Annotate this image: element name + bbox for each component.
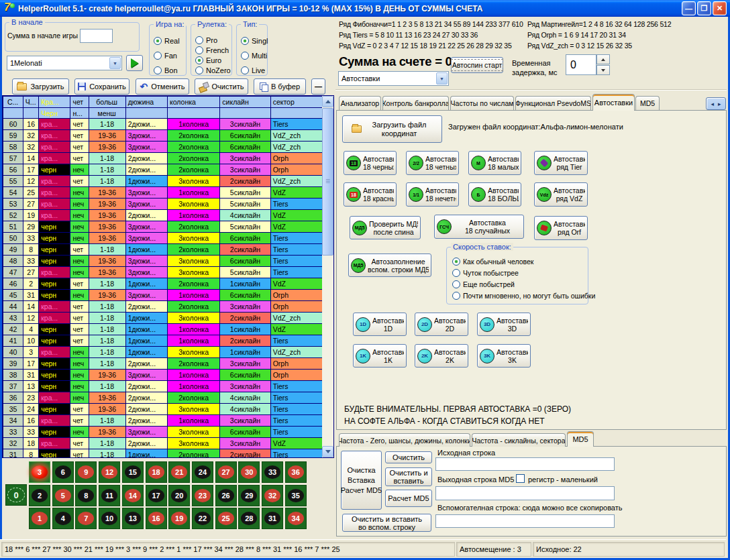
radio-speed-even-faster[interactable]: Еще побыстрей	[452, 280, 515, 288]
table-row[interactable]: 5932кра...чет19-363дюжи...2колонка6сикла…	[3, 130, 323, 142]
table-row[interactable]: 5425кра...неч19-363дюжи...1колонка5сикла…	[3, 187, 323, 199]
table-row[interactable]: 3623кра...неч19-362дюжи...2колонка4сикла…	[3, 392, 323, 404]
roulette-cell-28[interactable]: 28	[238, 508, 260, 529]
table-header-cell[interactable]: чет	[70, 97, 89, 108]
profile-combobox[interactable]: 1Melonati ▼	[7, 56, 122, 70]
roulette-cell-33[interactable]: 33	[262, 461, 283, 483]
undo-button[interactable]: ↶Отменить	[136, 78, 189, 95]
autofill-md5-button[interactable]: МД5Автозаполнениевспом. строки МД5	[348, 254, 431, 277]
tab-number-frequencies[interactable]: Частоты по числам	[450, 96, 514, 110]
table-header-cell[interactable]	[167, 108, 219, 119]
table-header-cell[interactable]: Кра...	[39, 97, 70, 108]
roulette-cell-30[interactable]: 30	[238, 461, 260, 483]
bet-2d-button[interactable]: 2DАвтоставка2D	[415, 313, 468, 336]
table-row[interactable]: 3917черннеч1-182дюжи...2колонка3сиклайнO…	[3, 358, 323, 370]
minimize-button[interactable]: —	[682, 1, 696, 15]
close-button[interactable]: ✕	[713, 1, 727, 15]
table-row[interactable]: 4414кра...чет1-182дюжи...2колонка3сиклай…	[3, 301, 323, 313]
radio-speed-instant[interactable]: Почти мгновенно, но могут быть ошибки	[452, 292, 595, 300]
delay-spin-up-button[interactable]	[596, 54, 610, 64]
table-row[interactable]: 5512кра...чет1-181дюжи...3колонка2сиклай…	[3, 176, 323, 187]
table-row[interactable]: 5219кра...неч19-362дюжи...1колонка4сикла…	[3, 210, 323, 221]
table-row[interactable]: 6016кра...чет1-182дюжи...1колонка3сиклай…	[3, 119, 323, 130]
maximize-button[interactable]: ❐	[697, 1, 711, 15]
bet-18-even-button[interactable]: 2/2Автоставка18 четных	[406, 151, 459, 175]
calc-md5-button[interactable]: Расчет MD5	[385, 490, 432, 507]
radio-multi[interactable]: Multi	[241, 52, 267, 60]
roulette-cell-22[interactable]: 22	[192, 508, 213, 529]
table-row[interactable]: 318чернчет1-181дюжи...2колонка2сиклайнTi…	[3, 449, 323, 459]
tab-md5-bottom[interactable]: MD5	[567, 431, 594, 447]
autospin-start-button[interactable]: Автоспин старт	[451, 57, 503, 73]
table-row[interactable]: 403кра...неч1-181дюжи...3колонка1сиклайн…	[3, 347, 323, 358]
table-header-cell[interactable]: С...	[3, 97, 23, 108]
roulette-cell-26[interactable]: 26	[215, 485, 237, 506]
bet-1d-button[interactable]: 1DАвтоставка1D	[353, 313, 407, 336]
table-header-cell[interactable]: дюжина	[125, 97, 167, 108]
tab-psevdoms-functional[interactable]: Функционал PsevdoMS	[515, 96, 591, 110]
radio-speed-human[interactable]: Как обычный человек	[452, 258, 533, 266]
table-header-cell[interactable]: н...	[70, 108, 89, 119]
roulette-cell-13[interactable]: 13	[122, 508, 144, 529]
bet-row-vdz-button[interactable]: VdzАвтоставкаряд VdZ	[534, 182, 588, 207]
clear-paste-aux-button[interactable]: Очистить и вставитьво вспом. строку	[342, 514, 431, 532]
table-scrollbar[interactable]	[322, 96, 333, 457]
roulette-cell-36[interactable]: 36	[285, 461, 307, 483]
delay-input[interactable]: 0	[566, 54, 596, 75]
bet-row-tier-button[interactable]: Автоставкаряд Tier	[534, 151, 588, 175]
roulette-cell-10[interactable]: 10	[99, 508, 120, 529]
roulette-cell-35[interactable]: 35	[285, 485, 307, 506]
radio-real[interactable]: Real	[154, 37, 180, 45]
scrollbar-thumb[interactable]	[322, 108, 333, 256]
table-row[interactable]: 3416кра...чет1-182дюжи...1колонка3сиклай…	[3, 415, 323, 427]
bet-18-random-button[interactable]: ГСЧАвтоставка18 случайных	[434, 215, 524, 239]
roulette-cell-25[interactable]: 25	[215, 508, 237, 529]
table-row[interactable]: 5617черннеч1-182дюжи...2колонка3сиклайнO…	[3, 164, 323, 176]
chevron-down-icon[interactable]: ▼	[436, 72, 448, 85]
radio-bon[interactable]: Bon	[154, 66, 178, 74]
bet-18-big-button[interactable]: БАвтоставка18 БОЛЬШИХ	[468, 182, 521, 207]
tab-analyzer[interactable]: Анализатор	[339, 96, 381, 110]
clear-and-paste-button[interactable]: Очистить ивставить	[385, 467, 432, 486]
roulette-cell-0[interactable]: 0	[5, 484, 27, 506]
table-row[interactable]: 4110чернчет1-181дюжи...1колонка2сиклайнT…	[3, 335, 323, 347]
table-header-cell[interactable]: сиклайн	[220, 97, 270, 108]
radio-pro[interactable]: Pro	[195, 36, 217, 44]
roulette-cell-4[interactable]: 4	[52, 508, 74, 529]
table-row[interactable]: 5714кра...чет1-182дюжи...2колонка3сиклай…	[3, 153, 323, 164]
table-row[interactable]: 3218кра...чет1-182дюжи...3колонка3сиклай…	[3, 438, 323, 449]
radio-live[interactable]: Live	[241, 66, 265, 74]
roulette-cell-2[interactable]: 2	[29, 485, 50, 506]
table-row[interactable]: 3333черннеч19-363дюжи...3колонка6сиклайн…	[3, 427, 323, 438]
table-header-cell[interactable]	[23, 108, 39, 119]
copy-button[interactable]: В буфер	[254, 78, 306, 95]
table-row[interactable]: 4727кра...неч19-363дюжи...3колонка5сикла…	[3, 267, 323, 278]
table-header-cell[interactable]: Черн	[39, 108, 70, 119]
radio-nozero[interactable]: NoZero	[195, 66, 231, 74]
roulette-cell-9[interactable]: 9	[75, 461, 97, 483]
bet-18-odd-button[interactable]: 1/1Автоставка18 нечетных	[406, 182, 459, 207]
table-row[interactable]: 5327кра...неч19-363дюжи...3колонка5сикла…	[3, 199, 323, 210]
tab-freq-sixlines[interactable]: Частота - сиклайны, сектора	[472, 433, 566, 447]
tab-md5[interactable]: MD5	[635, 96, 660, 110]
roulette-cell-14[interactable]: 14	[122, 485, 144, 506]
scroll-up-button[interactable]	[322, 96, 333, 107]
roulette-cell-27[interactable]: 27	[215, 461, 237, 483]
table-header-cell[interactable]	[220, 108, 270, 119]
radio-fan[interactable]: Fan	[154, 52, 177, 60]
roulette-cell-19[interactable]: 19	[168, 508, 190, 529]
table-row[interactable]: 424чернчет1-181дюжи...1колонка1сиклайнVd…	[3, 324, 323, 335]
tab-freq-zero[interactable]: Частота - Zero, шансы, дюжины, колонки	[339, 433, 470, 447]
bet-3d-button[interactable]: 3DАвтоставка3D	[477, 313, 531, 336]
roulette-cell-24[interactable]: 24	[192, 461, 213, 483]
load-button[interactable]: Загрузить	[12, 78, 69, 95]
clean-button[interactable]: Очистить	[195, 78, 248, 95]
register-checkbox[interactable]	[516, 474, 525, 483]
roulette-cell-18[interactable]: 18	[146, 461, 167, 483]
table-header-cell[interactable]: сектор	[270, 97, 323, 108]
table-row[interactable]: 5129черннеч19-363дюжи...2колонка5сиклайн…	[3, 221, 323, 233]
roulette-cell-21[interactable]: 21	[168, 461, 190, 483]
bet-row-orf-button[interactable]: Автоставкаряд Orf	[534, 216, 588, 240]
roulette-cell-8[interactable]: 8	[75, 485, 97, 506]
roulette-cell-16[interactable]: 16	[146, 508, 167, 529]
